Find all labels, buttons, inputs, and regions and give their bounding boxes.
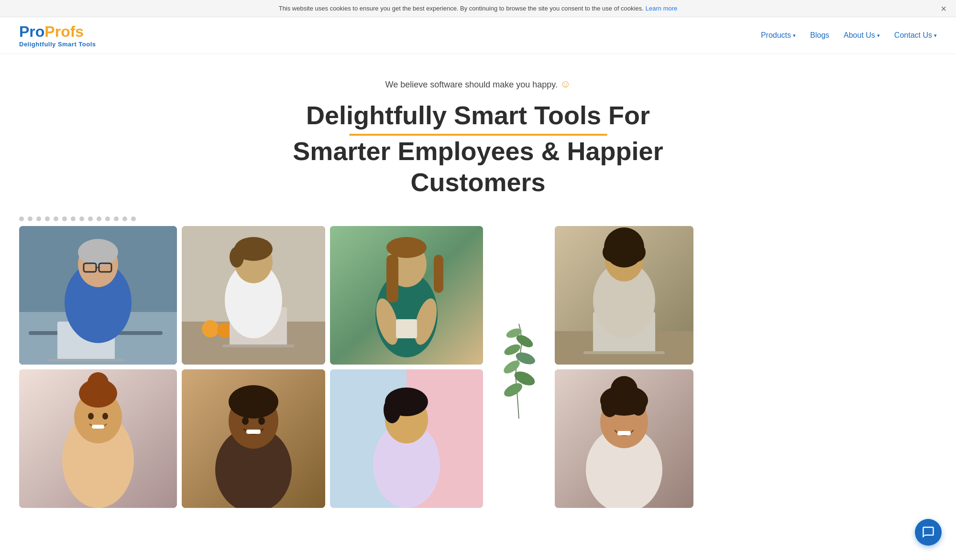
- dot-14[interactable]: [131, 216, 136, 221]
- cookie-close-button[interactable]: ×: [941, 4, 946, 13]
- nav-contact[interactable]: Contact Us ▾: [894, 31, 937, 40]
- dot-7[interactable]: [71, 216, 76, 221]
- svg-point-79: [601, 393, 618, 417]
- dot-11[interactable]: [105, 216, 110, 221]
- svg-point-72: [384, 397, 401, 423]
- nav-blogs[interactable]: Blogs: [810, 31, 829, 40]
- products-caret-icon: ▾: [793, 32, 796, 39]
- svg-point-65: [258, 417, 265, 425]
- photo-person-1: [19, 226, 177, 365]
- svg-rect-29: [434, 255, 443, 293]
- photo-person-4: [555, 226, 693, 365]
- cookie-banner: This website uses cookies to ensure you …: [0, 0, 956, 17]
- dot-1[interactable]: [19, 216, 24, 221]
- svg-rect-26: [396, 319, 417, 338]
- photo-person-2: [182, 226, 325, 365]
- nav-about[interactable]: About Us ▾: [844, 31, 880, 40]
- dot-3[interactable]: [36, 216, 41, 221]
- svg-rect-28: [386, 255, 398, 302]
- svg-point-20: [230, 247, 244, 268]
- header: ProProfs Delightfully Smart Tools Produc…: [0, 17, 956, 54]
- dot-8[interactable]: [79, 216, 84, 221]
- dot-13[interactable]: [122, 216, 127, 221]
- dot-12[interactable]: [114, 216, 119, 221]
- dot-9[interactable]: [88, 216, 93, 221]
- happy-face-icon: ☺: [560, 78, 571, 90]
- main-nav: Products ▾ Blogs About Us ▾ Contact Us ▾: [761, 31, 937, 40]
- svg-point-63: [229, 385, 278, 419]
- logo-pro: Pro: [19, 23, 44, 40]
- about-caret-icon: ▾: [877, 32, 880, 39]
- svg-rect-42: [583, 351, 665, 354]
- svg-point-64: [242, 417, 249, 425]
- hero-section: We believe software should make you happ…: [0, 54, 956, 207]
- logo-tagline: Delightfully Smart Tools: [19, 41, 96, 48]
- svg-rect-66: [246, 430, 261, 434]
- photo-person-7: [330, 369, 483, 508]
- learn-more-link[interactable]: Learn more: [646, 5, 677, 12]
- cookie-text: This website uses cookies to ensure you …: [279, 5, 644, 12]
- logo-profs: Profs: [44, 23, 84, 40]
- svg-rect-81: [617, 431, 631, 435]
- svg-point-57: [102, 413, 108, 420]
- photo-grid: [0, 226, 956, 508]
- photo-person-8: [555, 369, 693, 508]
- dot-2[interactable]: [28, 216, 33, 221]
- photo-plant: [488, 226, 550, 508]
- svg-rect-16: [222, 345, 294, 347]
- nav-products[interactable]: Products ▾: [761, 31, 796, 40]
- logo[interactable]: ProProfs Delightfully Smart Tools: [19, 23, 96, 48]
- svg-point-49: [623, 236, 638, 251]
- svg-point-55: [88, 372, 109, 393]
- svg-point-31: [502, 381, 524, 400]
- svg-point-13: [202, 320, 219, 337]
- hero-subtitle: We believe software should make you happ…: [10, 78, 946, 90]
- svg-point-80: [631, 395, 646, 416]
- photo-person-6: [182, 369, 325, 508]
- hero-title: Delightfully Smart Tools For Smarter Emp…: [263, 100, 693, 197]
- photo-person-3: [330, 226, 483, 365]
- dot-5[interactable]: [54, 216, 58, 221]
- svg-point-56: [88, 413, 94, 420]
- dot-10[interactable]: [97, 216, 101, 221]
- svg-point-30: [386, 237, 427, 258]
- dot-4[interactable]: [45, 216, 50, 221]
- dot-6[interactable]: [62, 216, 67, 221]
- svg-point-7: [78, 239, 118, 266]
- svg-rect-58: [92, 425, 104, 429]
- contact-caret-icon: ▾: [934, 32, 937, 39]
- carousel-dots: [0, 207, 956, 226]
- photo-person-5: [19, 369, 177, 508]
- svg-rect-4: [48, 359, 124, 362]
